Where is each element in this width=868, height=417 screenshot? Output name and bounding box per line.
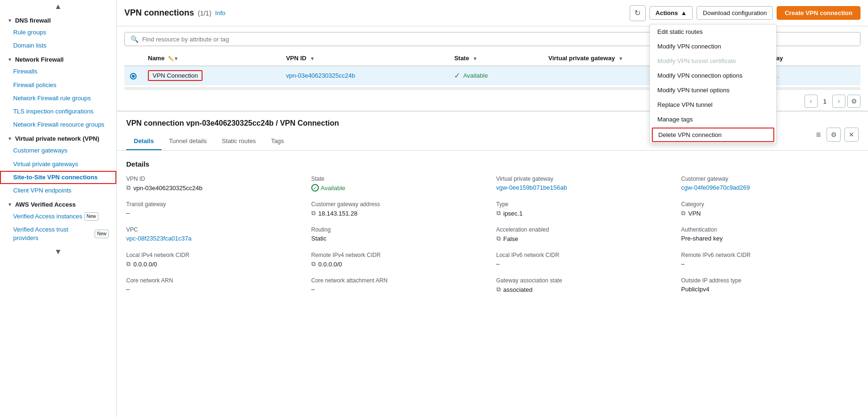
sidebar: ▲ ▼ DNS firewall Rule groups Domain list… [0, 0, 117, 417]
field-category: Category ⧉ VPN [681, 201, 859, 217]
dns-arrow-icon: ▼ [8, 18, 12, 23]
next-page-button[interactable]: › [832, 95, 845, 108]
copy-gw-assoc-icon[interactable]: ⧉ [496, 286, 501, 293]
copy-type-icon[interactable]: ⧉ [496, 209, 501, 217]
actions-button[interactable]: Actions ▲ [649, 6, 693, 20]
detail-fields-grid: VPN ID ⧉ vpn-03e406230325cc24b State ✓ A… [126, 176, 859, 293]
sidebar-item-virtual-private-gateways[interactable]: Virtual private gateways [0, 158, 116, 171]
sidebar-item-tls-inspection[interactable]: TLS inspection configurations [0, 105, 116, 118]
field-routing: Routing Static [311, 226, 489, 242]
vgw-sort-icon: ▼ [618, 56, 623, 61]
sidebar-section-network-firewall: ▼ Network Firewall Firewalls Firewall po… [0, 52, 116, 131]
field-acceleration: Acceleration enabled ⧉ False [496, 226, 674, 242]
field-customer-gateway: Customer gateway cgw-04fe096e70c9ad269 [681, 176, 859, 192]
vpc-link[interactable]: vpc-08f23523fca01c37a [126, 235, 192, 242]
sidebar-item-verified-access-trust-providers[interactable]: Verified Access trust providers New [0, 223, 116, 245]
table-header-vpn-id[interactable]: VPN ID ▼ [280, 51, 448, 66]
field-transit-gateway: Transit gateway – [126, 201, 304, 217]
detail-title: VPN connection vpn-03e406230325cc24b / V… [126, 119, 339, 133]
value-transit-gateway: – [126, 209, 304, 217]
sidebar-item-client-vpn-endpoints[interactable]: Client VPN endpoints [0, 184, 116, 197]
copy-category-icon[interactable]: ⧉ [681, 209, 685, 217]
detail-close-button[interactable]: ✕ [844, 128, 859, 142]
dropdown-edit-static-routes[interactable]: Edit static routes [650, 24, 776, 39]
detail-body: Details VPN ID ⧉ vpn-03e406230325cc24b S… [117, 151, 868, 303]
copy-local-ipv4-icon[interactable]: ⧉ [126, 260, 130, 268]
row-radio-button[interactable] [130, 73, 137, 80]
sidebar-item-firewalls[interactable]: Firewalls [0, 65, 116, 78]
sidebar-group-network-firewall[interactable]: ▼ Network Firewall [0, 52, 116, 65]
page-settings-button[interactable]: ⚙ [847, 95, 860, 108]
label-customer-gateway: Customer gateway [681, 176, 859, 182]
info-link[interactable]: Info [215, 9, 226, 16]
sidebar-item-rule-groups[interactable]: Rule groups [0, 26, 116, 39]
sidebar-scroll-up[interactable]: ▲ [0, 0, 116, 13]
sidebar-group-dns[interactable]: ▼ DNS firewall [0, 13, 116, 26]
table-header-name[interactable]: Name ✏️▼ [142, 51, 280, 66]
dropdown-modify-tunnel-cert: Modify VPN tunnel certificate [650, 54, 776, 68]
create-vpn-button[interactable]: Create VPN connection [777, 6, 860, 20]
customer-gateway-link[interactable]: cgw-04fe096e70c9ad269 [681, 184, 750, 191]
detail-tabs: Details Tunnel details Static routes Tag… [126, 133, 339, 150]
page-count: (1/1) [198, 9, 211, 17]
value-acceleration: ⧉ False [496, 235, 674, 242]
copy-accel-icon[interactable]: ⧉ [496, 235, 501, 242]
value-category: ⧉ VPN [681, 209, 859, 217]
tab-static-routes[interactable]: Static routes [214, 133, 263, 150]
name-sort-icon: ✏️▼ [168, 56, 178, 61]
sidebar-item-firewall-policies[interactable]: Firewall policies [0, 79, 116, 92]
value-vpc: vpc-08f23523fca01c37a [126, 235, 304, 242]
label-virtual-gateway: Virtual private gateway [496, 176, 674, 182]
dropdown-modify-vpn-connection[interactable]: Modify VPN connection [650, 39, 776, 54]
copy-remote-ipv4-icon[interactable]: ⧉ [311, 260, 316, 268]
download-config-button[interactable]: Download configuration [697, 6, 773, 20]
value-routing: Static [311, 235, 489, 242]
table-cell-name: VPN Connection [142, 66, 280, 85]
dropdown-modify-vpn-options[interactable]: Modify VPN connection options [650, 68, 776, 83]
label-outside-ip-type: Outside IP address type [681, 277, 859, 284]
dropdown-replace-vpn-tunnel[interactable]: Replace VPN tunnel [650, 97, 776, 112]
label-category: Category [681, 201, 859, 208]
tab-details[interactable]: Details [126, 133, 162, 150]
sidebar-item-domain-lists[interactable]: Domain lists [0, 39, 116, 52]
copy-cgw-addr-icon[interactable]: ⧉ [311, 209, 316, 217]
prev-page-button[interactable]: ‹ [804, 95, 818, 108]
page-title: VPN connections [124, 8, 194, 18]
sidebar-item-verified-access-instances[interactable]: Verified Access instances New [0, 210, 116, 223]
label-local-ipv6-cidr: Local IPv6 network CIDR [496, 252, 674, 258]
refresh-button[interactable]: ↻ [630, 5, 646, 21]
sidebar-item-customer-gateways[interactable]: Customer gateways [0, 144, 116, 157]
field-local-ipv6-cidr: Local IPv6 network CIDR – [496, 252, 674, 268]
field-remote-ipv6-cidr: Remote IPv6 network CIDR – [681, 252, 859, 268]
label-vpc: VPC [126, 226, 304, 233]
dropdown-manage-tags[interactable]: Manage tags [650, 112, 776, 127]
detail-settings-button[interactable]: ⚙ [827, 128, 841, 142]
value-core-attachment-arn: – [311, 286, 489, 293]
label-transit-gateway: Transit gateway [126, 201, 304, 208]
dropdown-delete-vpn[interactable]: Delete VPN connection [652, 128, 774, 142]
sidebar-item-nf-resource-groups[interactable]: Network Firewall resource groups [0, 118, 116, 131]
sidebar-group-verified-access[interactable]: ▼ AWS Verified Access [0, 197, 116, 210]
dropdown-modify-tunnel-options[interactable]: Modify VPN tunnel options [650, 83, 776, 97]
copy-vpn-id-icon[interactable]: ⧉ [126, 184, 130, 192]
sidebar-scroll-down[interactable]: ▼ [0, 245, 116, 258]
value-authentication: Pre-shared key [681, 235, 859, 242]
sidebar-item-nf-rule-groups[interactable]: Network Firewall rule groups [0, 92, 116, 105]
field-local-ipv4-cidr: Local IPv4 network CIDR ⧉ 0.0.0.0/0 [126, 252, 304, 268]
table-cell-radio[interactable] [124, 66, 142, 85]
table-header-state[interactable]: State ▼ [448, 51, 543, 66]
value-remote-ipv4-cidr: ⧉ 0.0.0.0/0 [311, 260, 489, 268]
label-vpn-id: VPN ID [126, 176, 304, 182]
sidebar-section-dns: ▼ DNS firewall Rule groups Domain lists [0, 13, 116, 52]
tab-tunnel-details[interactable]: Tunnel details [162, 133, 214, 150]
vpn-id-link[interactable]: vpn-03e406230325cc24b [286, 72, 355, 79]
field-vpn-id: VPN ID ⧉ vpn-03e406230325cc24b [126, 176, 304, 192]
sidebar-item-site-to-site-vpn[interactable]: Site-to-Site VPN connections [0, 171, 116, 184]
virtual-gateway-link[interactable]: vgw-0ee159b071be156ab [496, 184, 567, 191]
label-remote-ipv6-cidr: Remote IPv6 network CIDR [681, 252, 859, 258]
sidebar-group-vpn[interactable]: ▼ Virtual private network (VPN) [0, 131, 116, 144]
page-number: 1 [819, 98, 830, 105]
table-cell-vpn-id: vpn-03e406230325cc24b [280, 66, 448, 85]
collapse-icon[interactable]: ≡ [816, 130, 821, 140]
tab-tags[interactable]: Tags [263, 133, 291, 150]
